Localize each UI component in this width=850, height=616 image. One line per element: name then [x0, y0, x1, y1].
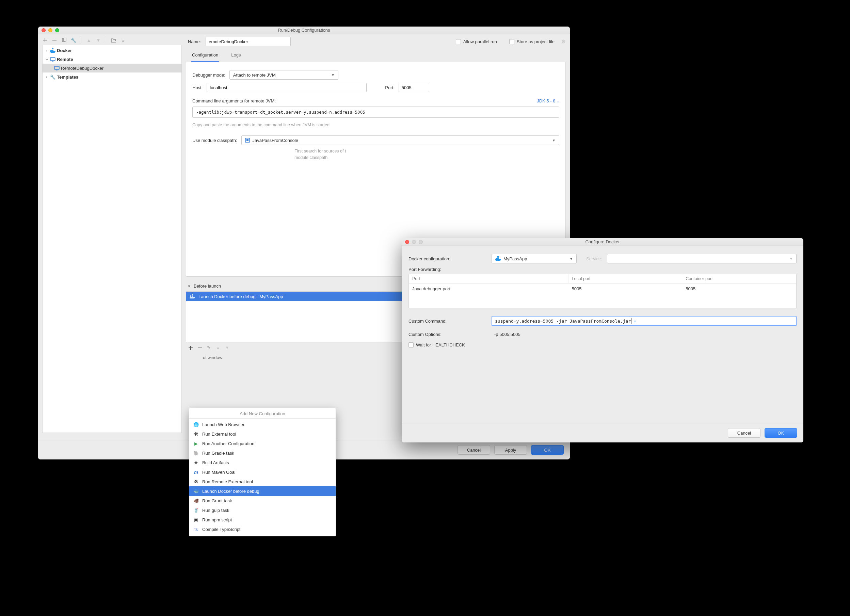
- table-row[interactable]: Java debugger port 5005 5005: [409, 284, 796, 294]
- popup-item[interactable]: mRun Maven Goal: [189, 467, 336, 477]
- remove-icon[interactable]: [52, 37, 57, 43]
- checkbox-label: Store as project file: [517, 39, 555, 44]
- docker-config-select[interactable]: MyPassApp ▼: [492, 254, 577, 263]
- debugger-mode-label: Debugger mode:: [192, 72, 225, 78]
- tree-label: Remote: [57, 57, 73, 62]
- host-input[interactable]: [207, 83, 367, 92]
- text-cursor: [631, 318, 632, 324]
- popup-item-label: Run Grunt task: [202, 498, 232, 503]
- custom-options-input[interactable]: -p 5005:5005: [492, 329, 796, 339]
- allow-parallel-checkbox[interactable]: Allow parallel run: [456, 39, 497, 44]
- popup-item[interactable]: 🐗Run Grunt task: [189, 496, 336, 505]
- popup-item[interactable]: ❖Build Artifacts: [189, 458, 336, 467]
- maximize-icon: [419, 240, 423, 244]
- ok-button[interactable]: OK: [765, 428, 797, 438]
- store-project-checkbox[interactable]: Store as project file: [509, 39, 555, 44]
- wrench-icon[interactable]: 🔧: [71, 37, 76, 43]
- add-config-popup: Add New Configuration 🌐Launch Web Browse…: [189, 408, 336, 536]
- config-toolbar: 🔧 ▲ ▼ ▸ »: [38, 34, 186, 45]
- expand-icon[interactable]: ⇲: [633, 319, 636, 323]
- remove-icon[interactable]: [197, 345, 202, 350]
- popup-item[interactable]: ▶Run Another Configuration: [189, 439, 336, 448]
- cancel-button[interactable]: Cancel: [458, 445, 490, 455]
- custom-command-input[interactable]: suspend=y,address=5005 -jar JavaPassFrom…: [492, 316, 796, 326]
- popup-item[interactable]: 🛠Run Remote External tool: [189, 477, 336, 486]
- name-label: Name:: [188, 39, 201, 44]
- minimize-icon: [412, 240, 416, 244]
- chevron-down-icon[interactable]: ⌄: [45, 57, 49, 61]
- custom-options-label: Custom Options:: [409, 332, 487, 337]
- chevron-right-icon[interactable]: ›: [45, 48, 49, 52]
- popup-item-label: Launch Web Browser: [202, 422, 244, 427]
- cancel-button[interactable]: Cancel: [728, 428, 760, 438]
- wait-healthcheck-checkbox[interactable]: Wait for HEALTHCHECK: [409, 342, 465, 347]
- jdk-selector[interactable]: JDK 5 - 8 ⌄: [537, 98, 559, 103]
- tree-node-docker[interactable]: › Docker: [43, 46, 181, 55]
- cli-args-value[interactable]: -agentlib:jdwp=transport=dt_socket,serve…: [192, 106, 559, 118]
- svg-rect-10: [192, 295, 193, 297]
- port-forwarding-table[interactable]: Port Local port Container port Java debu…: [409, 274, 796, 308]
- popup-item[interactable]: 🥤Run gulp task: [189, 505, 336, 515]
- tab-configuration[interactable]: Configuration: [191, 50, 219, 62]
- expand-all-icon[interactable]: »: [121, 37, 126, 43]
- module-hint: First search for sources of t module cla…: [295, 148, 559, 161]
- apply-button[interactable]: Apply: [494, 445, 527, 455]
- checkbox-label: Allow parallel run: [463, 39, 497, 44]
- popup-item[interactable]: 🌐Launch Web Browser: [189, 420, 336, 429]
- popup-item-icon: 🛠: [193, 479, 199, 484]
- move-down-icon[interactable]: ▼: [96, 37, 101, 43]
- close-icon[interactable]: [42, 28, 46, 32]
- name-input[interactable]: [206, 37, 291, 46]
- popup-title: Add New Configuration: [189, 410, 336, 419]
- popup-item-icon: 🐳: [193, 488, 199, 494]
- popup-item-label: Run gulp task: [202, 508, 229, 513]
- cell-local-port: 5005: [569, 284, 682, 294]
- tree-node-remote[interactable]: ⌄ Remote: [43, 55, 181, 64]
- window-controls: [42, 28, 59, 32]
- popup-item[interactable]: tsCompile TypeScript: [189, 525, 336, 534]
- tab-logs[interactable]: Logs: [230, 50, 241, 62]
- copy-icon[interactable]: [61, 37, 67, 43]
- svg-rect-1: [63, 38, 66, 41]
- tree-node-remote-debug-docker[interactable]: RemoteDebugDocker: [43, 64, 181, 72]
- chevron-right-icon[interactable]: ›: [45, 75, 49, 79]
- close-icon[interactable]: [405, 240, 409, 244]
- config-tree[interactable]: › Docker ⌄ Remote RemoteDebugDocker › 🔧 …: [42, 45, 182, 433]
- ok-button[interactable]: OK: [531, 445, 564, 455]
- popup-item-icon: m: [193, 469, 199, 475]
- maximize-icon[interactable]: [55, 28, 59, 32]
- config-tabs: Configuration Logs: [186, 50, 566, 62]
- popup-item-icon: 🐘: [193, 450, 199, 456]
- col-port: Port: [409, 274, 569, 284]
- popup-item-icon: ts: [193, 526, 199, 532]
- debugger-mode-select[interactable]: Attach to remote JVM ▼: [229, 70, 338, 80]
- module-classpath-select[interactable]: JavaPassFromConsole ▼: [241, 135, 559, 145]
- port-input[interactable]: [399, 83, 429, 92]
- popup-item[interactable]: ▣Run npm script: [189, 515, 336, 525]
- custom-command-label: Custom Command:: [409, 318, 487, 324]
- popup-item[interactable]: 🐳Launch Docker before debug: [189, 486, 336, 496]
- svg-rect-5: [50, 58, 55, 61]
- svg-rect-2: [50, 50, 52, 51]
- popup-item[interactable]: 🐘Run Gradle task: [189, 448, 336, 458]
- add-icon[interactable]: [42, 37, 48, 43]
- edit-icon[interactable]: ✎: [206, 345, 211, 350]
- move-down-icon[interactable]: ▼: [224, 345, 230, 350]
- titlebar: Run/Debug Configurations: [38, 27, 570, 34]
- wrench-icon: 🔧: [50, 74, 55, 80]
- popup-item[interactable]: 🛠Run External tool: [189, 429, 336, 439]
- move-up-icon[interactable]: ▲: [86, 37, 91, 43]
- service-label: Service:: [586, 256, 602, 262]
- svg-rect-4: [52, 48, 54, 49]
- svg-rect-11: [192, 294, 193, 295]
- popup-item-label: Run Maven Goal: [202, 469, 236, 475]
- gear-icon[interactable]: ⚙: [561, 39, 566, 44]
- minimize-icon[interactable]: [48, 28, 52, 32]
- move-up-icon[interactable]: ▲: [215, 345, 221, 350]
- add-icon[interactable]: [188, 345, 193, 350]
- folder-icon[interactable]: ▸: [111, 37, 117, 43]
- tree-node-templates[interactable]: › 🔧 Templates: [43, 72, 181, 81]
- popup-item-icon: 🛠: [193, 431, 199, 437]
- chevron-down-icon: ▼: [789, 257, 793, 261]
- table-header: Port Local port Container port: [409, 274, 796, 284]
